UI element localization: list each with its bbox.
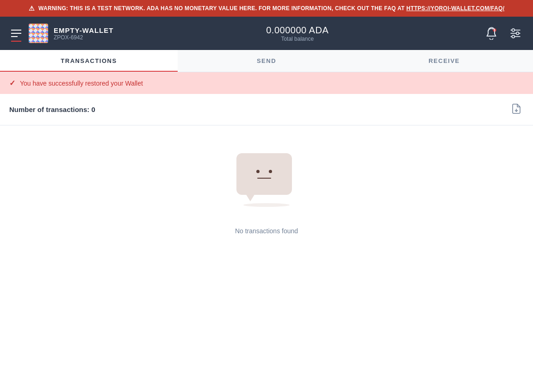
- warning-icon: ⚠: [29, 5, 35, 12]
- wallet-name: EMPTY-WALLET: [54, 26, 114, 34]
- balance-label: Total balance: [114, 36, 482, 42]
- transactions-count: Number of transactions: 0: [9, 106, 95, 113]
- success-banner: ✓ You have successfully restored your Wa…: [0, 72, 533, 94]
- tab-send[interactable]: SEND: [178, 50, 355, 72]
- empty-state: No transactions found: [0, 125, 533, 253]
- speech-bubble: [236, 153, 292, 195]
- notifications-button[interactable]: [481, 23, 502, 44]
- warning-link[interactable]: HTTPS://YOROI-WALLET.COM/FAQ/: [406, 5, 504, 12]
- transactions-header: Number of transactions: 0: [0, 94, 533, 125]
- settings-icon: [509, 27, 522, 40]
- wallet-id: ZPOX-6942: [54, 34, 114, 41]
- bubble-eyes: [256, 170, 272, 173]
- nav-tabs: TRANSACTIONS SEND RECEIVE: [0, 50, 533, 72]
- success-check-icon: ✓: [9, 79, 15, 87]
- export-icon: [511, 103, 522, 114]
- svg-point-4: [512, 29, 514, 31]
- empty-label: No transactions found: [235, 227, 298, 235]
- balance-amount: 0.000000 ADA: [114, 25, 482, 36]
- export-button[interactable]: [509, 101, 524, 118]
- header-actions: [481, 23, 526, 44]
- svg-point-6: [512, 35, 514, 38]
- shadow-line: [243, 203, 290, 207]
- tab-transactions[interactable]: TRANSACTIONS: [0, 50, 178, 72]
- empty-illustration: [236, 153, 297, 213]
- bubble-eye-right: [269, 170, 272, 173]
- app-header: EMPTY-WALLET ZPOX-6942 0.000000 ADA Tota…: [0, 17, 533, 50]
- bubble-face: [256, 170, 272, 179]
- main-content: Number of transactions: 0: [0, 94, 533, 253]
- settings-button[interactable]: [505, 23, 526, 44]
- hamburger-menu-button[interactable]: [7, 26, 25, 41]
- success-message: You have successfully restored your Wall…: [20, 80, 143, 87]
- bell-icon: [485, 27, 498, 40]
- bubble-mouth: [257, 178, 271, 179]
- wallet-avatar: [29, 24, 48, 43]
- balance-section: 0.000000 ADA Total balance: [114, 25, 482, 42]
- warning-banner: ⚠ WARNING: THIS IS A TEST NETWORK. ADA H…: [0, 0, 533, 17]
- tab-receive[interactable]: RECEIVE: [355, 50, 533, 72]
- svg-point-5: [516, 32, 519, 35]
- bubble-eye-left: [256, 170, 260, 173]
- transaction-number: 0: [92, 106, 95, 113]
- wallet-info: EMPTY-WALLET ZPOX-6942: [54, 26, 114, 41]
- warning-text: WARNING: THIS IS A TEST NETWORK. ADA HAS…: [38, 5, 504, 12]
